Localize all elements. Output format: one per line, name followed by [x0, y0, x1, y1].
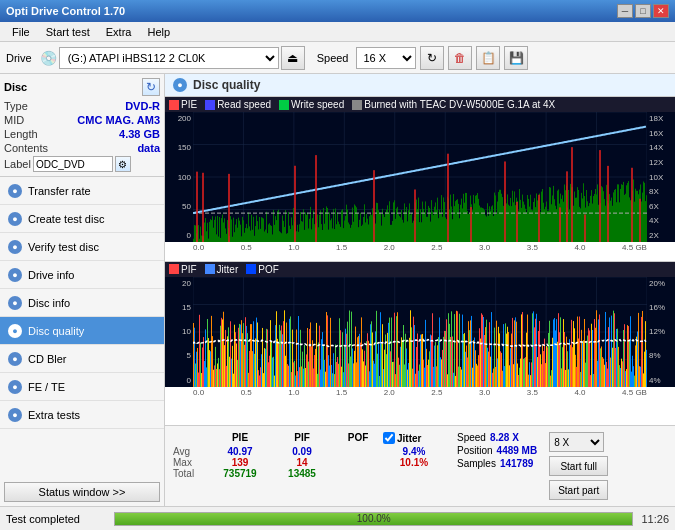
read-speed-legend-dot	[205, 100, 215, 110]
speed-stats: Speed 8.28 X Position 4489 MB Samples 14…	[457, 432, 537, 469]
right-controls: 8 X Start full Start part	[549, 432, 608, 500]
menu-help[interactable]: Help	[139, 24, 178, 40]
app-title: Opti Drive Control 1.70	[6, 5, 125, 17]
menu-file[interactable]: File	[4, 24, 38, 40]
sidebar-item-transfer-rate[interactable]: ● Transfer rate	[0, 177, 164, 205]
sidebar-item-extra-tests[interactable]: ● Extra tests	[0, 401, 164, 429]
top-x-axis: 0.00.51.01.52.02.53.03.54.04.5 GB	[193, 242, 647, 253]
start-full-button[interactable]: Start full	[549, 456, 608, 476]
legend-pif: PIF	[169, 264, 197, 275]
total-pie: 735719	[209, 468, 271, 479]
erase-button[interactable]: 🗑	[448, 46, 472, 70]
position-stat-row: Position 4489 MB	[457, 445, 537, 456]
progress-bar-container: 100.0%	[114, 512, 633, 526]
menu-start-test[interactable]: Start test	[38, 24, 98, 40]
nav-extra-tests-label: Extra tests	[28, 409, 80, 421]
toolbar: Drive 💿 (G:) ATAPI iHBS112 2 CL0K ⏏ Spee…	[0, 42, 675, 74]
disc-label-label: Label	[4, 158, 31, 170]
max-pif: 14	[271, 457, 333, 468]
eject-button[interactable]: ⏏	[281, 46, 305, 70]
drive-info-icon: ●	[8, 268, 22, 282]
bottom-chart-area: 20151050 20%16%12%8%4%	[165, 277, 675, 387]
disc-mid-row: MID CMC MAG. AM3	[4, 114, 160, 126]
status-window-button[interactable]: Status window >>	[4, 482, 160, 502]
position-stat-value: 4489 MB	[497, 445, 538, 456]
samples-stat-label: Samples	[457, 458, 496, 469]
samples-stat-value: 141789	[500, 458, 533, 469]
speed-select[interactable]: 16 X	[356, 47, 416, 69]
bottom-chart-legend: PIF Jitter POF	[165, 262, 675, 277]
samples-stat-row: Samples 141789	[457, 458, 537, 469]
disc-mid-label: MID	[4, 114, 24, 126]
progress-text: 100.0%	[115, 513, 632, 525]
disc-contents-value: data	[137, 142, 160, 154]
main-area: Disc ↻ Type DVD-R MID CMC MAG. AM3 Lengt…	[0, 74, 675, 506]
disc-header: Disc ↻	[4, 78, 160, 96]
start-part-button[interactable]: Start part	[549, 480, 608, 500]
stats-max-row: Max 139 14 10.1%	[173, 457, 445, 468]
minimize-button[interactable]: ─	[617, 4, 633, 18]
stats-total-row: Total 735719 13485	[173, 468, 445, 479]
speed-ctrl-row: 8 X	[549, 432, 608, 452]
burned-with-legend-dot	[352, 100, 362, 110]
col-pif: PIF	[271, 432, 333, 444]
nav-disc-quality-label: Disc quality	[28, 325, 84, 337]
disc-mid-value: CMC MAG. AM3	[77, 114, 160, 126]
top-right-y-axis: 18X16X14X12X10X8X6X4X2X	[647, 112, 675, 242]
nav-disc-info-label: Disc info	[28, 297, 70, 309]
sidebar-item-fe-te[interactable]: ● FE / TE	[0, 373, 164, 401]
bottom-right-y-axis: 20%16%12%8%4%	[647, 277, 675, 387]
disc-refresh-button[interactable]: ↻	[142, 78, 160, 96]
fe-te-icon: ●	[8, 380, 22, 394]
refresh-button[interactable]: ↻	[420, 46, 444, 70]
stats-grid: PIE PIF POF Jitter Avg 40.97 0.09	[173, 430, 667, 502]
disc-label-input[interactable]	[33, 156, 113, 172]
drive-select[interactable]: (G:) ATAPI iHBS112 2 CL0K	[59, 47, 279, 69]
menu-extra[interactable]: Extra	[98, 24, 140, 40]
nav-cd-bler-label: CD Bler	[28, 353, 67, 365]
speed-label: Speed	[317, 52, 349, 64]
drive-label: Drive	[6, 52, 32, 64]
nav-verify-test-disc-label: Verify test disc	[28, 241, 99, 253]
test-speed-select[interactable]: 8 X	[549, 432, 604, 452]
copy-button[interactable]: 📋	[476, 46, 500, 70]
jitter-header: Jitter	[383, 432, 421, 444]
jitter-checkbox[interactable]	[383, 432, 395, 444]
window-controls: ─ □ ✕	[617, 4, 669, 18]
sidebar-item-cd-bler[interactable]: ● CD Bler	[0, 345, 164, 373]
max-jitter: 10.1%	[383, 457, 445, 468]
label-settings-button[interactable]: ⚙	[115, 156, 131, 172]
disc-info-section: Disc ↻ Type DVD-R MID CMC MAG. AM3 Lengt…	[0, 74, 164, 177]
avg-pie: 40.97	[209, 446, 271, 457]
read-speed-legend-label: Read speed	[217, 99, 271, 110]
write-speed-legend-dot	[279, 100, 289, 110]
close-button[interactable]: ✕	[653, 4, 669, 18]
sidebar-item-disc-info[interactable]: ● Disc info	[0, 289, 164, 317]
left-panel: Disc ↻ Type DVD-R MID CMC MAG. AM3 Lengt…	[0, 74, 165, 506]
max-label: Max	[173, 457, 209, 468]
disc-type-row: Type DVD-R	[4, 100, 160, 112]
stats-area: PIE PIF POF Jitter Avg 40.97 0.09	[165, 425, 675, 506]
status-time: 11:26	[641, 513, 669, 525]
pif-legend-label: PIF	[181, 264, 197, 275]
bottom-chart-canvas	[193, 277, 647, 387]
drive-icon: 💿	[40, 50, 57, 66]
sidebar-item-create-test-disc[interactable]: ● Create test disc	[0, 205, 164, 233]
nav-create-test-disc-label: Create test disc	[28, 213, 104, 225]
stats-avg-row: Avg 40.97 0.09 9.4%	[173, 446, 445, 457]
top-left-y-axis: 200150100500	[165, 112, 193, 242]
save-button[interactable]: 💾	[504, 46, 528, 70]
maximize-button[interactable]: □	[635, 4, 651, 18]
disc-quality-header: ● Disc quality	[165, 74, 675, 97]
top-chart-legend: PIE Read speed Write speed Burned with T…	[165, 97, 675, 112]
sidebar-item-drive-info[interactable]: ● Drive info	[0, 261, 164, 289]
top-chart-canvas	[193, 112, 647, 242]
sidebar-item-disc-quality[interactable]: ● Disc quality	[0, 317, 164, 345]
disc-type-value: DVD-R	[125, 100, 160, 112]
max-pie: 139	[209, 457, 271, 468]
pof-legend-dot	[246, 264, 256, 274]
cd-bler-icon: ●	[8, 352, 22, 366]
pif-legend-dot	[169, 264, 179, 274]
sidebar-item-verify-test-disc[interactable]: ● Verify test disc	[0, 233, 164, 261]
col-pof: POF	[333, 432, 383, 444]
